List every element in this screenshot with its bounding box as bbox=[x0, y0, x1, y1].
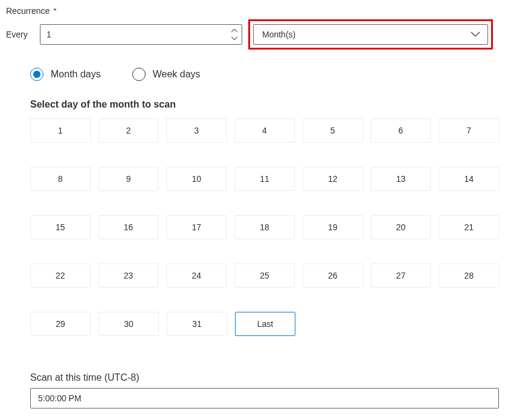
day-cell-16[interactable]: 16 bbox=[98, 215, 159, 239]
day-cell-13[interactable]: 13 bbox=[371, 167, 431, 191]
interval-input[interactable] bbox=[40, 24, 242, 45]
day-type-radio-group: Month daysWeek days bbox=[6, 68, 499, 81]
day-type-radio-0[interactable]: Month days bbox=[30, 68, 101, 81]
day-cell-11[interactable]: 11 bbox=[234, 167, 295, 191]
interval-decrement-button[interactable] bbox=[230, 35, 239, 41]
day-cell-last[interactable]: Last bbox=[235, 312, 295, 336]
day-cell-15[interactable]: 15 bbox=[30, 215, 91, 239]
month-days-heading: Select day of the month to scan bbox=[30, 99, 499, 110]
day-cell-3[interactable]: 3 bbox=[166, 118, 227, 143]
day-cell-29[interactable]: 29 bbox=[30, 312, 91, 336]
chevron-down-icon bbox=[471, 30, 480, 39]
day-cell-9[interactable]: 9 bbox=[98, 167, 159, 191]
unit-select-value: Month(s) bbox=[262, 30, 295, 39]
day-cell-20[interactable]: 20 bbox=[371, 215, 431, 239]
day-cell-25[interactable]: 25 bbox=[234, 263, 295, 288]
day-cell-26[interactable]: 26 bbox=[303, 263, 363, 288]
day-cell-2[interactable]: 2 bbox=[98, 118, 159, 143]
day-cell-12[interactable]: 12 bbox=[303, 167, 363, 191]
day-cell-4[interactable]: 4 bbox=[234, 118, 295, 143]
time-section: Scan at this time (UTC-8) bbox=[6, 372, 499, 409]
day-cell-18[interactable]: 18 bbox=[234, 215, 295, 239]
day-type-radio-1[interactable]: Week days bbox=[132, 68, 201, 81]
day-cell-22[interactable]: 22 bbox=[30, 263, 91, 288]
month-days-section: Select day of the month to scan 12345678… bbox=[6, 99, 499, 336]
unit-select-highlight: Month(s) bbox=[248, 19, 493, 50]
day-cell-21[interactable]: 21 bbox=[439, 215, 499, 239]
day-cell-27[interactable]: 27 bbox=[371, 263, 431, 288]
recurrence-label-text: Recurrence bbox=[6, 6, 50, 16]
day-cell-17[interactable]: 17 bbox=[166, 215, 227, 239]
chevron-down-icon bbox=[231, 36, 237, 40]
day-cell-23[interactable]: 23 bbox=[98, 263, 159, 288]
interval-increment-button[interactable] bbox=[230, 28, 239, 34]
day-row: 891011121314 bbox=[30, 167, 499, 191]
day-row: 293031Last bbox=[30, 312, 499, 336]
scan-time-label: Scan at this time (UTC-8) bbox=[30, 372, 499, 383]
day-row: 1234567 bbox=[30, 118, 499, 143]
day-cell-1[interactable]: 1 bbox=[30, 118, 91, 143]
unit-select[interactable]: Month(s) bbox=[253, 24, 488, 45]
every-label: Every bbox=[6, 30, 34, 39]
interval-spin-controls bbox=[230, 28, 239, 41]
radio-label: Week days bbox=[153, 69, 201, 80]
radio-label: Month days bbox=[51, 69, 101, 80]
radio-dot-icon bbox=[33, 71, 40, 78]
day-row: 22232425262728 bbox=[30, 263, 499, 288]
day-cell-28[interactable]: 28 bbox=[439, 263, 499, 288]
day-cell-30[interactable]: 30 bbox=[98, 312, 159, 336]
day-row: 15161718192021 bbox=[30, 215, 499, 239]
required-asterisk: * bbox=[53, 6, 56, 16]
day-cell-5[interactable]: 5 bbox=[303, 118, 363, 143]
scan-time-input[interactable] bbox=[30, 388, 499, 409]
day-cell-6[interactable]: 6 bbox=[371, 118, 431, 143]
chevron-up-icon bbox=[231, 29, 237, 33]
day-cell-8[interactable]: 8 bbox=[30, 167, 91, 191]
day-cell-31[interactable]: 31 bbox=[167, 312, 227, 336]
radio-circle-icon bbox=[30, 68, 43, 81]
day-cell-19[interactable]: 19 bbox=[303, 215, 363, 239]
day-cell-14[interactable]: 14 bbox=[439, 167, 499, 191]
interval-field-wrap bbox=[40, 24, 242, 45]
radio-circle-icon bbox=[132, 68, 146, 81]
month-days-grid: 1234567891011121314151617181920212223242… bbox=[30, 118, 499, 336]
day-cell-10[interactable]: 10 bbox=[166, 167, 227, 191]
day-cell-24[interactable]: 24 bbox=[166, 263, 227, 288]
interval-row: Every Month(s) bbox=[6, 19, 499, 50]
day-cell-7[interactable]: 7 bbox=[439, 118, 499, 143]
recurrence-label: Recurrence * bbox=[6, 6, 499, 16]
